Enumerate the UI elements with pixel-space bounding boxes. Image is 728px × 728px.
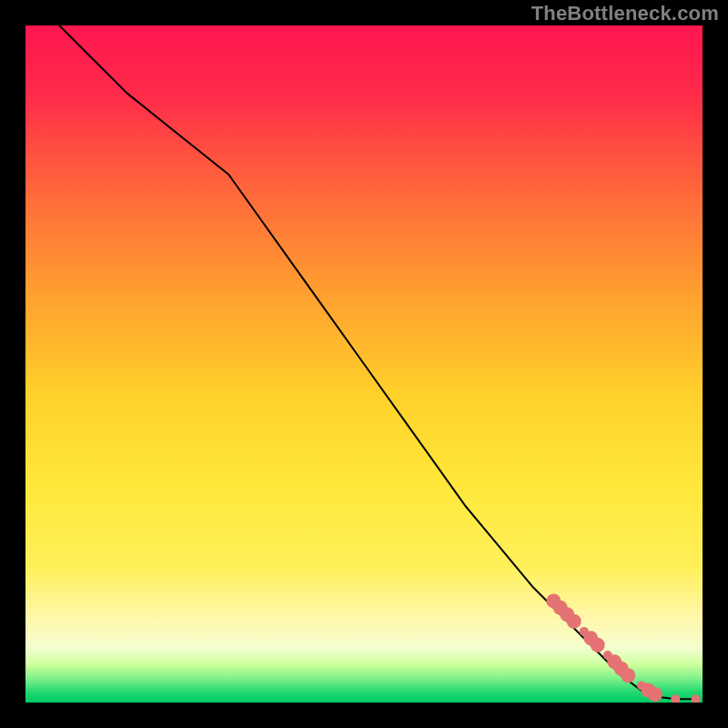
svg-point-11: [621, 668, 635, 682]
svg-point-14: [648, 687, 662, 702]
plot-area: [25, 25, 703, 703]
chart-container: TheBottleneck.com: [0, 0, 728, 728]
svg-point-4: [567, 614, 581, 629]
watermark-text: TheBottleneck.com: [531, 2, 719, 25]
svg-point-7: [591, 638, 605, 652]
chart-svg: [25, 25, 703, 703]
